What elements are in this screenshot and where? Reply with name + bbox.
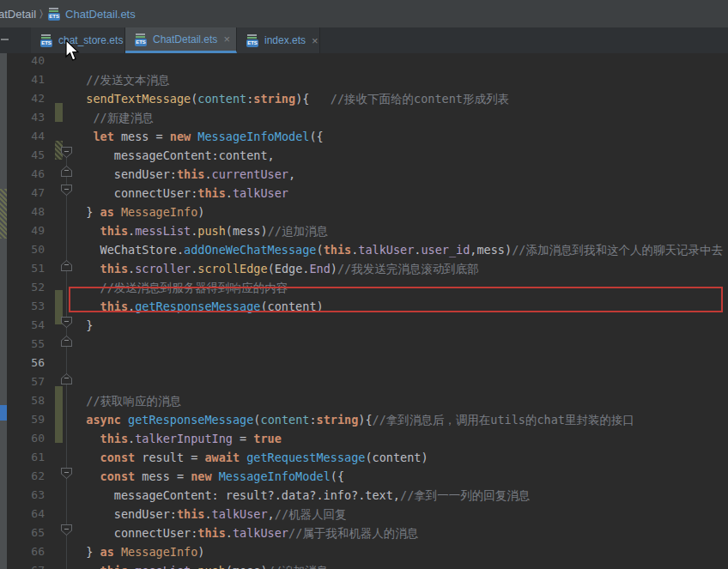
line-number[interactable]: 53	[0, 297, 45, 316]
code-text: } as MessageInfo)	[72, 203, 204, 221]
fold-marker-icon[interactable]	[61, 524, 72, 536]
fold-marker-icon[interactable]	[61, 147, 72, 158]
code-line[interactable]: 46 sendUser:this.currentUser,	[0, 165, 728, 184]
code-text: //发送文本消息	[72, 70, 170, 89]
line-number[interactable]: 66	[0, 542, 45, 561]
line-number[interactable]: 55	[0, 335, 45, 354]
editor-tab-index-ets[interactable]: ETSindex.ets×	[237, 27, 320, 53]
line-number[interactable]: 67	[0, 561, 45, 569]
code-text: messageContent: result?.data?.info?.text…	[72, 486, 530, 505]
breadcrumb: atDetail 〉 ETS ChatDetail.ets	[0, 0, 728, 28]
line-number[interactable]: 42	[0, 89, 45, 108]
code-line[interactable]: 44 let mess = new MessageInfoModel({	[0, 127, 728, 146]
code-line[interactable]: 47 connectUser:this.talkUser	[0, 184, 728, 203]
code-text: messageContent:content,	[72, 146, 275, 165]
line-number[interactable]: 44	[0, 127, 45, 146]
line-number[interactable]: 59	[0, 410, 45, 429]
fold-marker-icon[interactable]	[61, 260, 72, 271]
code-line[interactable]: 43 //新建消息	[0, 108, 728, 127]
fold-marker-icon[interactable]	[61, 317, 72, 328]
line-number[interactable]: 49	[0, 221, 45, 240]
code-line[interactable]: 66 } as MessageInfo)	[0, 542, 728, 561]
code-line[interactable]: 50 WeChatStore.addOneWeChatMessage(this.…	[0, 240, 728, 259]
code-line[interactable]: 55	[0, 335, 728, 354]
code-line[interactable]: 61 const result = await getRequestMessag…	[0, 448, 728, 467]
code-line[interactable]: 48 } as MessageInfo)	[0, 203, 728, 221]
code-text: WeChatStore.addOneWeChatMessage(this.tal…	[72, 240, 723, 259]
code-line[interactable]: 40	[0, 53, 728, 70]
code-text: sendTextMessage(content:string){ //接收下面给…	[72, 89, 509, 108]
ets-file-icon: ETS	[246, 33, 259, 47]
fold-guide-line	[66, 151, 67, 569]
ets-file-icon-badge: ETS	[48, 13, 60, 21]
line-number[interactable]: 65	[0, 524, 45, 542]
code-line[interactable]: 54 }	[0, 316, 728, 335]
vcs-change-marker	[55, 386, 63, 443]
line-number[interactable]: 57	[0, 372, 45, 391]
ets-file-icon: ETS	[39, 33, 53, 47]
breadcrumb-file[interactable]: ChatDetail.ets	[65, 8, 136, 21]
fold-marker-icon[interactable]	[61, 373, 72, 384]
code-line[interactable]: 64 sendUser:this.talkUser,//机器人回复	[0, 505, 728, 524]
code-line[interactable]: 65 connectUser:this.talkUser//属于我和机器人的消息	[0, 524, 728, 542]
line-number[interactable]: 48	[0, 203, 45, 221]
ets-file-icon: ETS	[47, 7, 61, 21]
code-text: async getResponseMessage(content:string)…	[72, 410, 634, 429]
line-number[interactable]: 45	[0, 146, 45, 165]
ide-window: atDetail 〉 ETS ChatDetail.ets ETSchat_st…	[0, 0, 728, 569]
fold-marker-icon[interactable]	[61, 166, 72, 177]
code-line[interactable]: 49 this.messList.push(mess)//追加消息	[0, 221, 728, 240]
editor-tab-bar: ETSchat_store.ets×ETSChatDetail.ets×ETSi…	[0, 27, 728, 53]
tab-close-icon[interactable]: ×	[223, 33, 230, 45]
fold-marker-icon[interactable]	[61, 336, 72, 347]
code-text: }	[72, 316, 93, 335]
editor-tab-ChatDetail-ets[interactable]: ETSChatDetail.ets×	[125, 27, 237, 53]
mouse-cursor	[65, 40, 82, 63]
code-editor[interactable]: 4041 //发送文本消息42 sendTextMessage(content:…	[0, 53, 728, 569]
line-number[interactable]: 62	[0, 467, 45, 486]
ets-file-icon: ETS	[134, 33, 148, 46]
line-number[interactable]: 64	[0, 505, 45, 524]
code-text: this.scroller.scrollEdge(Edge.End)//我发送完…	[72, 259, 479, 278]
code-text: //获取响应的消息	[72, 391, 181, 410]
code-line[interactable]: 45 messageContent:content,	[0, 146, 728, 165]
code-text: this.messList.push(mess)//追加消息	[72, 561, 328, 569]
tab-label: ChatDetail.ets	[153, 33, 217, 45]
line-number[interactable]: 47	[0, 184, 45, 203]
code-line[interactable]: 41 //发送文本消息	[0, 70, 728, 89]
line-number[interactable]: 56	[0, 354, 45, 372]
line-number[interactable]: 52	[0, 278, 45, 297]
code-line[interactable]: 59 async getResponseMessage(content:stri…	[0, 410, 728, 429]
breadcrumb-parent[interactable]: atDetail	[0, 8, 36, 21]
breadcrumb-separator-icon: 〉	[39, 8, 43, 20]
code-line[interactable]: 56	[0, 354, 728, 372]
code-line[interactable]: 42 sendTextMessage(content:string){ //接收…	[0, 89, 728, 108]
code-text: this.messList.push(mess)//追加消息	[72, 221, 328, 240]
tab-close-icon[interactable]: ×	[312, 35, 318, 46]
tab-label: index.ets	[264, 34, 306, 46]
line-number[interactable]: 51	[0, 259, 45, 278]
code-line[interactable]: 67 this.messList.push(mess)//追加消息	[0, 561, 728, 569]
error-highlight-box	[69, 287, 723, 312]
line-number[interactable]: 46	[0, 165, 45, 184]
code-line[interactable]: 60 this.talkerInputIng = true	[0, 429, 728, 448]
code-line[interactable]: 62 const mess = new MessageInfoModel({	[0, 467, 728, 486]
line-number[interactable]: 60	[0, 429, 45, 448]
code-line[interactable]: 57	[0, 372, 728, 391]
fold-marker-icon[interactable]	[61, 185, 72, 196]
line-number[interactable]: 54	[0, 316, 45, 335]
line-number[interactable]: 43	[0, 108, 45, 127]
code-text: sendUser:this.talkUser,//机器人回复	[72, 505, 347, 524]
code-text: sendUser:this.currentUser,	[72, 165, 295, 184]
code-text: const mess = new MessageInfoModel({	[72, 467, 344, 486]
fold-marker-icon[interactable]	[61, 468, 72, 479]
line-number[interactable]: 58	[0, 391, 45, 410]
line-number[interactable]: 61	[0, 448, 45, 467]
code-line[interactable]: 58 //获取响应的消息	[0, 391, 728, 410]
line-number[interactable]: 63	[0, 486, 45, 505]
code-line[interactable]: 63 messageContent: result?.data?.info?.t…	[0, 486, 728, 505]
line-number[interactable]: 41	[0, 70, 45, 89]
code-line[interactable]: 51 this.scroller.scrollEdge(Edge.End)//我…	[0, 259, 728, 278]
line-number[interactable]: 40	[0, 53, 45, 70]
line-number[interactable]: 50	[0, 240, 45, 259]
